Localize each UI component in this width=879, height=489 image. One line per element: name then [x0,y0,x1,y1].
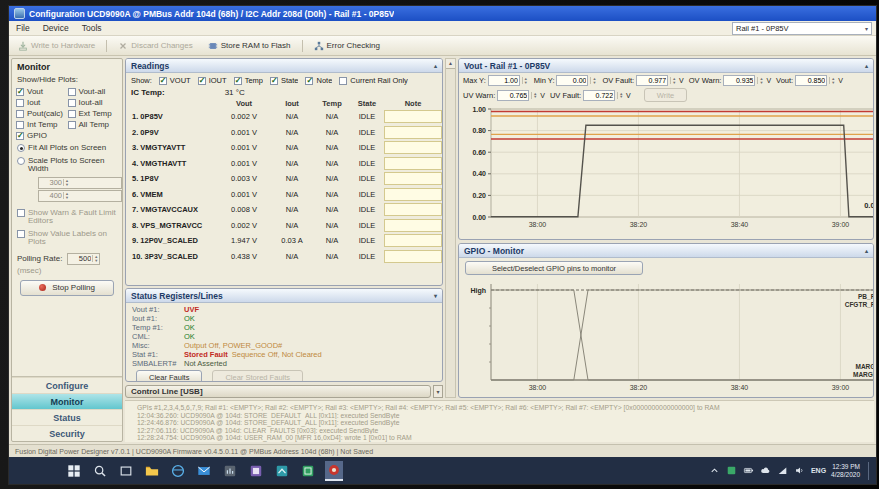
clear-faults-button[interactable]: Clear Faults [136,370,202,382]
stepper-arrows-icon[interactable]: ▲▼ [829,77,836,84]
sidebar-item-status[interactable]: Status [12,409,122,425]
stepper-arrows-icon[interactable]: ▲▼ [63,179,70,186]
stepper-arrows-icon[interactable]: ▲▼ [522,77,529,84]
plot-option-all-temp[interactable]: All Temp [68,120,119,129]
select-gpio-pins-button[interactable]: Select/Deselect GPIO pins to monitor [465,261,643,275]
write-button[interactable]: Write [644,88,687,102]
store-ram-to-flash-button[interactable]: Store RAM to Flash [204,40,295,52]
note-input[interactable] [384,234,442,247]
checkbox-iout-all[interactable] [68,99,76,107]
menu-file[interactable]: File [16,23,30,33]
plot-width-input[interactable] [39,191,63,200]
note-input[interactable] [384,110,442,123]
sidebar-item-security[interactable]: Security [12,425,122,441]
plot-height-stepper[interactable]: ▲▼ [38,177,122,189]
filter-note[interactable]: Note [305,76,332,85]
onedrive-cloud-icon[interactable] [760,465,772,477]
plot-height-input[interactable] [39,178,63,187]
error-checking-button[interactable]: Error Checking [310,40,384,52]
show-desktop-button[interactable] [868,462,872,480]
file-explorer-icon[interactable] [143,461,161,481]
fusion-active-icon[interactable] [325,461,343,481]
plot-option-gpio[interactable]: GPIO [16,131,67,140]
checkbox-ext-temp[interactable] [68,110,76,118]
collapse-readings-icon[interactable]: ▴ [434,62,437,69]
filter-vout[interactable]: VOUT [159,76,191,85]
app-green-tray-icon[interactable] [726,465,738,477]
stepper-arrows-icon[interactable]: ▲▼ [63,192,70,199]
checkbox-iout[interactable] [16,99,24,107]
sidebar-item-configure[interactable]: Configure [12,377,122,393]
plot-option-iout[interactable]: Iout [16,98,67,107]
scroll-up-icon[interactable]: ▲ [446,59,455,69]
note-input[interactable] [384,126,442,139]
checkbox-vout[interactable] [159,77,167,85]
show-value-labels-checkbox[interactable] [17,230,25,238]
task-view-icon[interactable] [117,461,135,481]
control-line-expand-button[interactable]: ▾ [433,385,443,398]
plot-option-vout-all[interactable]: Vout-all [68,87,119,96]
rail-selector-dropdown[interactable]: Rail #1 - 0P85V ▾ [732,22,872,35]
checkbox-gpio[interactable] [16,132,24,140]
checkbox-vout-all[interactable] [68,88,76,96]
app-green-icon[interactable] [299,461,317,481]
stepper-arrows-icon[interactable]: ▲▼ [92,255,99,262]
mail-icon[interactable] [195,461,213,481]
show-warn-fault-option[interactable]: Show Warn & Fault Limit Editors [12,207,122,228]
plot-option-iout-all[interactable]: Iout-all [68,98,119,107]
show-warn-fault-checkbox[interactable] [17,209,25,217]
plot-option-pout-calc[interactable]: Pout(calc) [16,109,67,118]
checkbox-iout[interactable] [198,77,206,85]
stepper-arrows-icon[interactable]: ▲▼ [670,77,677,84]
stop-polling-button[interactable]: Stop Polling [20,280,114,296]
filter-state[interactable]: State [270,76,299,85]
start-button[interactable] [65,461,83,481]
polling-rate-input[interactable] [68,254,92,263]
checkbox-temp[interactable] [234,77,242,85]
chevron-up-icon[interactable] [709,465,721,477]
stepper-arrows-icon[interactable]: ▲▼ [757,77,764,84]
clear-stored-faults-button[interactable]: Clear Stored Faults [212,370,303,382]
app-color-icon[interactable] [247,461,265,481]
checkbox-int-temp[interactable] [16,121,24,129]
fit-all-plots-option[interactable]: Fit All Plots on Screen [12,142,122,155]
sidebar-item-monitor[interactable]: Monitor [12,393,122,409]
checkbox-pout-calc[interactable] [16,110,24,118]
checkbox-vout[interactable] [16,88,24,96]
note-input[interactable] [384,157,442,170]
charts-scrollbar[interactable]: ▲ [445,58,456,398]
field-input-max-y[interactable] [488,75,520,86]
control-line-header[interactable]: Control Line [USB] [125,385,431,398]
battery-icon[interactable] [743,465,755,477]
collapse-gpio-icon[interactable]: ▴ [865,247,868,254]
collapse-status-icon[interactable]: ▾ [434,292,437,299]
taskbar-clock[interactable]: 12:39 PM 4/28/2020 [831,463,860,478]
app-teal-icon[interactable] [273,461,291,481]
note-input[interactable] [384,203,442,216]
field-input-vout[interactable] [795,75,827,86]
app-gray-icon[interactable] [221,461,239,481]
checkbox-state[interactable] [270,77,278,85]
filter-temp[interactable]: Temp [234,76,263,85]
plot-option-int-temp[interactable]: Int Temp [16,120,67,129]
checkbox-note[interactable] [305,77,313,85]
field-input-ov-warn[interactable] [723,75,755,86]
checkbox-current-rail-only[interactable] [339,77,347,85]
stepper-arrows-icon[interactable]: ▲▼ [590,77,597,84]
search-icon[interactable] [91,461,109,481]
checkbox-all-temp[interactable] [68,121,76,129]
show-value-labels-option[interactable]: Show Value Labels on Plots [12,228,122,249]
menu-device[interactable]: Device [43,23,69,33]
volume-icon[interactable] [794,465,806,477]
polling-rate-stepper[interactable]: ▲▼ [67,253,100,265]
fit-all-plots-radio[interactable] [17,144,25,152]
scale-plots-option[interactable]: Scale Plots to Screen Width [12,155,122,176]
menu-tools[interactable]: Tools [82,23,102,33]
language-indicator[interactable]: ENG [811,467,826,474]
note-input[interactable] [384,141,442,154]
note-input[interactable] [384,188,442,201]
discard-changes-button[interactable]: Discard Changes [114,40,196,52]
field-input-ov-fault[interactable] [636,75,668,86]
filter-current-rail-only[interactable]: Current Rail Only [339,76,408,85]
field-input-uv-warn[interactable] [497,90,529,101]
